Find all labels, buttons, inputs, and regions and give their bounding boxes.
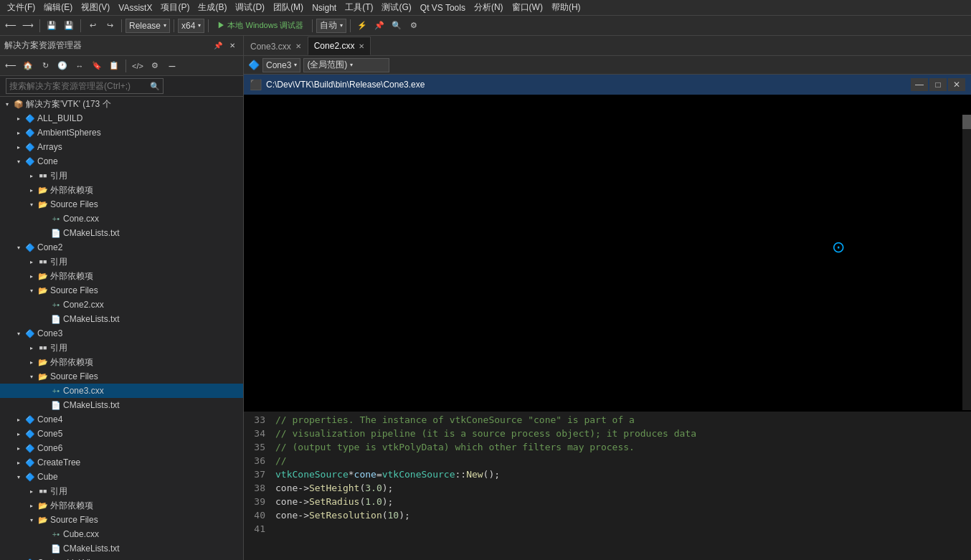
tree-item-cone-cmake[interactable]: 📄 CMakeLists.txt bbox=[0, 226, 243, 240]
tree-item-cube-cxx[interactable]: +• Cube.cxx bbox=[0, 527, 243, 541]
tree-item-ambientspheres[interactable]: 🔷 AmbientSpheres bbox=[0, 125, 243, 140]
tree-item-allbuild[interactable]: 🔷 ALL_BUILD bbox=[0, 111, 243, 125]
code-content[interactable]: // properties. The instance of vtkConeSo… bbox=[270, 412, 971, 560]
solution-root[interactable]: 📦 解决方案'VTK' (173 个 bbox=[0, 97, 243, 111]
console-maximize-btn[interactable]: □ bbox=[929, 78, 947, 91]
panel-home-btn[interactable]: 🏠 bbox=[20, 58, 36, 74]
menubar: 文件(F) 编辑(E) 视图(V) VAssistX 项目(P) 生成(B) 调… bbox=[0, 0, 971, 16]
menu-qtvs[interactable]: Qt VS Tools bbox=[416, 1, 470, 14]
tree-item-createtree[interactable]: 🔷 CreateTree bbox=[0, 455, 243, 470]
allbuild-label: ALL_BUILD bbox=[37, 113, 240, 123]
menu-test[interactable]: 测试(G) bbox=[377, 0, 415, 15]
platform-dropdown[interactable]: x64 ▾ bbox=[178, 19, 204, 33]
tree-item-cone2-refs[interactable]: ■■ 引用 bbox=[0, 255, 243, 269]
panel-close-btn[interactable]: ✕ bbox=[226, 39, 239, 52]
panel-minus-btn[interactable]: – bbox=[164, 58, 180, 74]
search-icon[interactable]: 🔍 bbox=[150, 82, 160, 91]
tree-item-cone2-ext[interactable]: 📂 外部依赖项 bbox=[0, 269, 243, 283]
console-scrollbar[interactable] bbox=[962, 115, 971, 410]
console-scrollbar-thumb[interactable] bbox=[962, 115, 971, 129]
tree-item-cone-refs[interactable]: ■■ 引用 bbox=[0, 169, 243, 183]
tree-item-cone2-cxx[interactable]: +• Cone2.cxx bbox=[0, 298, 243, 312]
toolbar-redo[interactable]: ↪ bbox=[102, 18, 118, 34]
menu-edit[interactable]: 编辑(E) bbox=[39, 0, 77, 15]
solution-label: 解决方案'VTK' (173 个 bbox=[26, 98, 240, 110]
toolbar-icon-1[interactable]: ⚡ bbox=[354, 18, 370, 34]
tree-item-cone-ext[interactable]: 📂 外部依赖项 bbox=[0, 183, 243, 197]
cone3-refs-label: 引用 bbox=[50, 342, 240, 354]
tree-item-cone2-cmake[interactable]: 📄 CMakeLists.txt bbox=[0, 312, 243, 326]
panel-pin-btn[interactable]: 📌 bbox=[212, 39, 224, 52]
editor-scope-dropdown[interactable]: (全局范围) ▾ bbox=[303, 58, 389, 72]
config-dropdown[interactable]: Release ▾ bbox=[125, 19, 170, 33]
menu-tools[interactable]: 工具(T) bbox=[341, 0, 377, 15]
tab-cone3-close[interactable]: ✕ bbox=[295, 42, 301, 50]
cone-refs-label: 引用 bbox=[50, 170, 240, 182]
toolbar-icon-4[interactable]: ⚙ bbox=[406, 18, 422, 34]
tree-item-cone3-src[interactable]: 📂 Source Files bbox=[0, 369, 243, 384]
panel-back-btn[interactable]: ⟵ bbox=[3, 58, 19, 74]
toolbar-fwd[interactable]: ⟶ bbox=[20, 18, 36, 34]
console-content: ⊙ bbox=[244, 95, 971, 410]
tree-item-cone[interactable]: 🔷 Cone bbox=[0, 154, 243, 169]
menu-file[interactable]: 文件(F) bbox=[3, 0, 39, 15]
tree-item-cube-src[interactable]: 📂 Source Files bbox=[0, 513, 243, 527]
cone2-cxx-icon: +• bbox=[50, 299, 62, 310]
console-close-btn[interactable]: ✕ bbox=[948, 78, 965, 91]
code-editor[interactable]: 333435363738394041 // properties. The in… bbox=[244, 412, 971, 560]
panel-refresh-btn[interactable]: ↻ bbox=[37, 58, 53, 74]
toolbar-undo[interactable]: ↩ bbox=[85, 18, 100, 34]
panel-copy-btn[interactable]: 📋 bbox=[106, 58, 122, 74]
cone2-arrow bbox=[13, 242, 24, 253]
menu-build[interactable]: 生成(B) bbox=[194, 0, 231, 15]
menu-team[interactable]: 团队(M) bbox=[269, 0, 308, 15]
tree-item-arrays[interactable]: 🔷 Arrays bbox=[0, 140, 243, 154]
tree-item-cone-src[interactable]: 📂 Source Files bbox=[0, 197, 243, 212]
menu-help[interactable]: 帮助(H) bbox=[547, 0, 585, 15]
menu-vassistx[interactable]: VAssistX bbox=[114, 1, 156, 14]
console-minimize-btn[interactable]: — bbox=[911, 78, 928, 91]
auto-dropdown[interactable]: 自动 ▾ bbox=[316, 19, 346, 33]
menu-analyze[interactable]: 分析(N) bbox=[470, 0, 508, 15]
menu-view[interactable]: 视图(V) bbox=[77, 0, 114, 15]
panel-settings-btn[interactable]: ⚙ bbox=[147, 58, 163, 74]
tree-item-cube[interactable]: 🔷 Cube bbox=[0, 470, 243, 484]
toolbar-back[interactable]: ⟵ bbox=[3, 18, 19, 34]
menu-window[interactable]: 窗口(W) bbox=[508, 0, 547, 15]
tree-item-cone-cxx[interactable]: +• Cone.cxx bbox=[0, 212, 243, 226]
menu-debug[interactable]: 调试(D) bbox=[231, 0, 269, 15]
tree-item-cone3-cmake[interactable]: 📄 CMakeLists.txt bbox=[0, 398, 243, 412]
tree-item-cone3-cxx[interactable]: +• Cone3.cxx bbox=[0, 384, 243, 398]
panel-sync-btn[interactable]: ↔ bbox=[72, 58, 87, 74]
cube-refs-label: 引用 bbox=[50, 485, 240, 498]
tree-item-cone5[interactable]: 🔷 Cone5 bbox=[0, 427, 243, 441]
run-button[interactable]: ▶ 本地 Windows 调试器 bbox=[212, 18, 308, 34]
tree-item-customlinkview[interactable]: 🔷 CustomLinkView bbox=[0, 556, 243, 560]
tree-item-cone6[interactable]: 🔷 Cone6 bbox=[0, 441, 243, 455]
toolbar-icon-2[interactable]: 📌 bbox=[371, 18, 387, 34]
cone-cxx-icon: +• bbox=[50, 213, 62, 224]
menu-nsight[interactable]: Nsight bbox=[308, 1, 341, 14]
menu-project[interactable]: 项目(P) bbox=[156, 0, 194, 15]
panel-code-btn[interactable]: </> bbox=[130, 58, 146, 74]
tree-item-cone3-refs[interactable]: ■■ 引用 bbox=[0, 341, 243, 355]
tree-item-cube-cmake[interactable]: 📄 CMakeLists.txt bbox=[0, 541, 243, 556]
tree-item-cube-ext[interactable]: 📂 外部依赖项 bbox=[0, 498, 243, 513]
toolbar-save2[interactable]: 💾 bbox=[61, 18, 77, 34]
toolbar-icon-3[interactable]: 🔍 bbox=[389, 18, 404, 34]
ambientspheres-arrow bbox=[13, 127, 24, 138]
tree-item-cone3[interactable]: 🔷 Cone3 bbox=[0, 326, 243, 341]
tab-cone3[interactable]: Cone3.cxx ✕ bbox=[244, 37, 308, 55]
tree-item-cone2-src[interactable]: 📂 Source Files bbox=[0, 283, 243, 298]
toolbar-save[interactable]: 💾 bbox=[44, 18, 60, 34]
search-input[interactable] bbox=[9, 81, 146, 91]
tab-cone2-close[interactable]: ✕ bbox=[359, 42, 364, 50]
tab-cone2[interactable]: Cone2.cxx ✕ bbox=[308, 37, 371, 55]
panel-bookmark-btn[interactable]: 🔖 bbox=[89, 58, 105, 74]
tree-item-cone2[interactable]: 🔷 Cone2 bbox=[0, 240, 243, 255]
tree-item-cone4[interactable]: 🔷 Cone4 bbox=[0, 412, 243, 427]
tree-item-cone3-ext[interactable]: 📂 外部依赖项 bbox=[0, 355, 243, 369]
tree-item-cube-refs[interactable]: ■■ 引用 bbox=[0, 484, 243, 498]
editor-file-dropdown[interactable]: Cone3 ▾ bbox=[262, 58, 300, 72]
panel-history-btn[interactable]: 🕐 bbox=[55, 58, 70, 74]
